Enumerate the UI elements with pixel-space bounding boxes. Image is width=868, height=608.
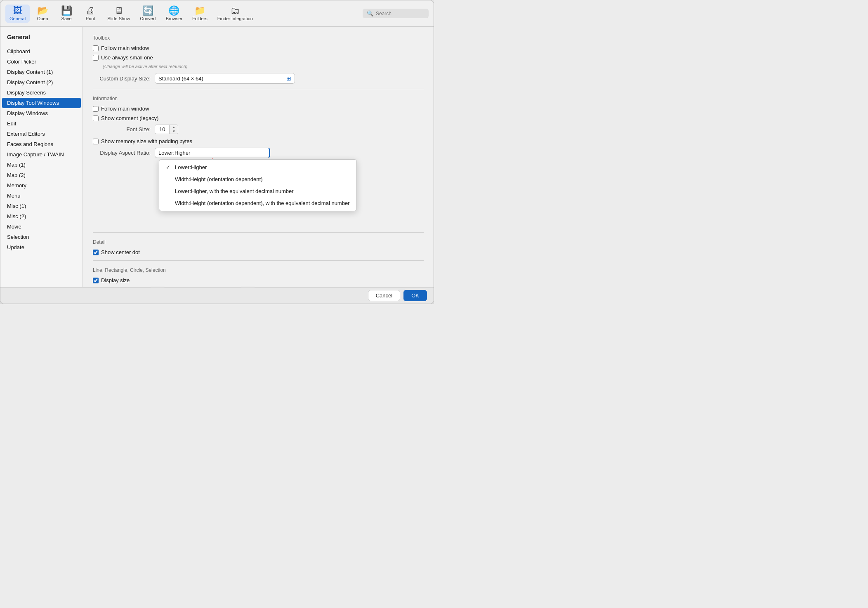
display-size-checkbox[interactable]	[93, 278, 99, 283]
print-icon: 🖨	[86, 6, 95, 15]
show-comment-text: Show comment (legacy)	[101, 115, 158, 121]
toolbar-item-open[interactable]: 📂 Open	[31, 5, 54, 23]
sidebar-item-display-windows[interactable]: Display Windows	[0, 108, 83, 118]
slideshow-icon: 🖥	[114, 6, 123, 15]
bottom-right-buttons: Cancel OK	[368, 290, 427, 301]
custom-display-size-row: Custom Display Size: Standard (64 × 64) …	[93, 73, 424, 84]
position-color-swatch[interactable]	[150, 287, 165, 287]
search-input[interactable]	[376, 11, 425, 16]
toolbar-label-general: General	[9, 16, 26, 21]
color-row: Position Color: Size Color:	[103, 287, 424, 287]
sidebar-item-movie[interactable]: Movie	[0, 222, 83, 232]
stepper-arrows: ▲ ▼	[170, 125, 178, 134]
toolbar-item-slideshow[interactable]: 🖥 Slide Show	[103, 5, 134, 23]
custom-display-size-label: Custom Display Size:	[93, 75, 151, 82]
follow-main-window-row: Follow main window	[93, 45, 424, 51]
general-icon: 🖼	[13, 6, 22, 15]
sidebar-item-color-picker[interactable]: Color Picker	[0, 57, 83, 67]
content-area: Toolbox Follow main window Use always sm…	[83, 27, 434, 287]
browser-icon: 🌐	[168, 6, 179, 15]
stepper-up-button[interactable]: ▲	[170, 125, 178, 130]
sidebar-item-faces-regions[interactable]: Faces and Regions	[0, 139, 83, 149]
toolbar-item-convert[interactable]: 🔄 Convert	[136, 5, 160, 23]
sidebar-item-display-content-2[interactable]: Display Content (2)	[0, 77, 83, 87]
aspect-ratio-dropdown: ✓ Lower:Higher Width:Height (orientation…	[159, 159, 357, 211]
display-aspect-ratio-select[interactable]: Lower:Higher	[155, 148, 270, 158]
dropdown-item-lower-higher-decimal[interactable]: Lower:Higher, with the equivalent decima…	[159, 185, 356, 197]
toolbar-item-print[interactable]: 🖨 Print	[79, 5, 101, 23]
divider-1	[93, 89, 424, 89]
toolbar-item-browser[interactable]: 🌐 Browser	[162, 5, 186, 23]
toolbar-label-convert: Convert	[140, 16, 156, 21]
divider-2	[93, 232, 424, 233]
toolbar-label-open: Open	[37, 16, 48, 21]
cancel-button[interactable]: Cancel	[368, 290, 400, 301]
toolbar-label-print: Print	[86, 16, 95, 21]
display-size-label[interactable]: Display size	[93, 277, 130, 283]
sidebar-item-display-tool-windows[interactable]: Display Tool Windows	[2, 98, 81, 108]
show-comment-label[interactable]: Show comment (legacy)	[93, 115, 158, 121]
toolbar-item-save[interactable]: 💾 Save	[55, 5, 78, 23]
size-color-swatch[interactable]	[241, 287, 255, 287]
search-box[interactable]: 🔍	[363, 9, 429, 18]
divider-3	[93, 260, 424, 261]
use-always-small-checkbox[interactable]	[93, 55, 99, 61]
finder-icon: 🗂	[231, 6, 240, 15]
follow-main-window-text: Follow main window	[101, 45, 149, 51]
stepper-down-button[interactable]: ▼	[170, 130, 178, 134]
custom-display-size-value: Standard (64 × 64)	[158, 75, 203, 82]
information-section-label: Information	[93, 96, 424, 101]
sidebar-item-misc-1[interactable]: Misc (1)	[0, 201, 83, 211]
custom-display-size-select[interactable]: Standard (64 × 64) ⊞	[155, 73, 295, 84]
use-always-small-label[interactable]: Use always small one	[93, 54, 153, 61]
toolbar-label-folders: Folders	[192, 16, 208, 21]
toolbar-label-finder: Finder Integration	[217, 16, 253, 21]
display-aspect-ratio-label: Display Aspect Ratio:	[93, 150, 151, 156]
show-memory-size-row: Show memory size with padding bytes	[93, 138, 424, 144]
info-follow-main-checkbox[interactable]	[93, 106, 99, 112]
dropdown-item-lower-higher[interactable]: ✓ Lower:Higher	[159, 161, 356, 173]
sidebar-item-misc-2[interactable]: Misc (2)	[0, 211, 83, 222]
font-size-row: Font Size: 10 ▲ ▼	[93, 125, 424, 134]
sidebar-item-menu[interactable]: Menu	[0, 191, 83, 201]
main-layout: General Clipboard Color Picker Display C…	[0, 27, 434, 287]
dropdown-label-width-height: Width:Height (orientation dependent)	[175, 176, 262, 182]
toolbar: 🖼 General 📂 Open 💾 Save 🖨 Print 🖥 Slide …	[0, 0, 434, 27]
sidebar-item-selection[interactable]: Selection	[0, 232, 83, 242]
sidebar-item-update[interactable]: Update	[0, 242, 83, 252]
dropdown-label-lower-higher: Lower:Higher	[175, 164, 207, 170]
follow-main-window-checkbox[interactable]	[93, 45, 99, 51]
show-center-dot-label[interactable]: Show center dot	[93, 249, 140, 255]
font-size-stepper[interactable]: 10 ▲ ▼	[155, 125, 178, 134]
toolbar-item-finder[interactable]: 🗂 Finder Integration	[213, 5, 257, 23]
main-window: 🖼 General 📂 Open 💾 Save 🖨 Print 🖥 Slide …	[0, 0, 434, 304]
ok-button[interactable]: OK	[403, 290, 427, 301]
sidebar-item-map-1[interactable]: Map (1)	[0, 160, 83, 170]
show-memory-size-label[interactable]: Show memory size with padding bytes	[93, 138, 192, 144]
toolbar-item-folders[interactable]: 📁 Folders	[188, 5, 212, 23]
show-memory-size-checkbox[interactable]	[93, 139, 99, 144]
show-center-dot-checkbox[interactable]	[93, 250, 99, 255]
toolbar-item-general[interactable]: 🖼 General	[5, 5, 30, 23]
dropdown-item-width-height-decimal[interactable]: Width:Height (orientation dependent), wi…	[159, 197, 356, 209]
display-aspect-ratio-row: Display Aspect Ratio: Lower:Higher ✓ Low…	[93, 148, 424, 158]
sidebar-item-clipboard[interactable]: Clipboard	[0, 46, 83, 57]
sidebar-item-edit[interactable]: Edit	[0, 118, 83, 129]
sidebar: General Clipboard Color Picker Display C…	[0, 27, 83, 287]
sidebar-item-image-capture[interactable]: Image Capture / TWAIN	[0, 149, 83, 160]
dropdown-item-width-height[interactable]: Width:Height (orientation dependent)	[159, 173, 356, 185]
sidebar-item-display-screens[interactable]: Display Screens	[0, 87, 83, 98]
follow-main-window-label[interactable]: Follow main window	[93, 45, 149, 51]
bottom-actions: Cancel OK	[7, 290, 427, 301]
show-comment-checkbox[interactable]	[93, 115, 99, 121]
search-icon: 🔍	[367, 10, 373, 16]
sidebar-item-memory[interactable]: Memory	[0, 180, 83, 191]
sidebar-item-external-editors[interactable]: External Editors	[0, 129, 83, 139]
dropdown-label-width-height-decimal: Width:Height (orientation dependent), wi…	[175, 200, 349, 206]
info-follow-main-label[interactable]: Follow main window	[93, 106, 149, 112]
info-follow-main-text: Follow main window	[101, 106, 149, 112]
show-memory-size-text: Show memory size with padding bytes	[101, 138, 192, 144]
toolbar-label-browser: Browser	[166, 16, 182, 21]
sidebar-item-map-2[interactable]: Map (2)	[0, 170, 83, 180]
sidebar-item-display-content-1[interactable]: Display Content (1)	[0, 67, 83, 77]
